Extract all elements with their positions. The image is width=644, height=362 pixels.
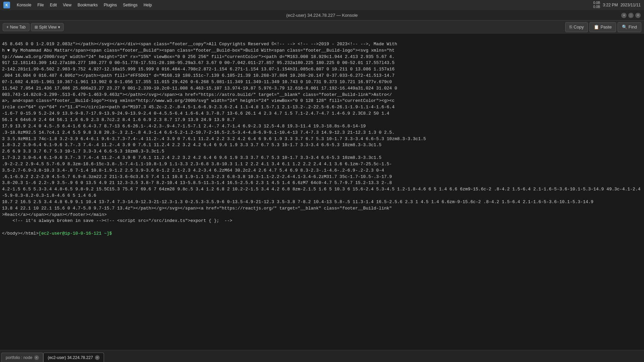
terminal-line: ircle cx="64" cy="64" r="11.4"></circle>… bbox=[2, 104, 642, 111]
close-button[interactable]: ✕ bbox=[635, 13, 641, 18]
paste-label: Paste bbox=[600, 24, 611, 29]
paste-button[interactable]: 📋 Paste bbox=[589, 22, 616, 32]
terminal-line: 17.9 13.9 2.4 0 4.5-.5 6.4-1.6 6.4-3.7 8… bbox=[2, 123, 642, 130]
terminal-line: 2.6 6.9 3.3 3.7 6.7 5.3 10-1.7 3.3-3.4 6… bbox=[2, 148, 642, 155]
app-icon: K bbox=[3, 2, 10, 8]
terminal-line: 1.8-3.2 3.9-6.4 6.1-9.6 3.7-.3 7.4-.4 11… bbox=[2, 142, 642, 148]
system-bar-left: K Konsole File Edit View Bookmarks Plugi… bbox=[3, 2, 155, 8]
terminal-line: -1.6-7 0-15.9 5.2-24.9 13.9-9-8.7-17.9-1… bbox=[2, 111, 642, 117]
terminal-line: .9-2-2.2 2.9-4.5 5.7-6.9 8.3zm-18.6-15c-… bbox=[2, 161, 642, 168]
minimize-button[interactable]: ▾ bbox=[621, 13, 627, 18]
terminal-line: 13.8 4 22.1 10 22.1 15.6 0 4.7-5.8 9.7-1… bbox=[2, 205, 642, 212]
terminal-line: >React</a></span></span></footer></main> bbox=[2, 212, 642, 218]
search-icon: 🔍 bbox=[622, 24, 627, 29]
menu-bar: Konsole File Edit View Bookmarks Plugins… bbox=[14, 2, 155, 8]
terminal-line: 3 3.5.9zM81.3 74c-1.8 3.2-3.9 6.4-6.1 9.… bbox=[2, 136, 642, 142]
plus-icon: + bbox=[6, 25, 9, 29]
title-bar-controls: ▾ □ ✕ bbox=[621, 13, 641, 18]
time-display: 3:22 PM bbox=[603, 3, 618, 7]
menu-edit[interactable]: Edit bbox=[47, 2, 60, 8]
terminal-line bbox=[2, 224, 642, 231]
tab-ec2[interactable]: (ec2-user) 34.224.78.227 ✕ bbox=[43, 353, 104, 362]
terminal-output[interactable]: 45 8.645 0 0 1-2.019 2.083z"></path></sv… bbox=[0, 34, 644, 350]
menu-bookmarks[interactable]: Bookmarks bbox=[75, 2, 100, 8]
terminal-line: 56.1 4 64s6.9 2.4 64 56.1 1.6 6.9 2.3 8.… bbox=[2, 117, 642, 123]
date-display: 2023/11/11 bbox=[621, 3, 641, 7]
split-view-label: Split View bbox=[39, 25, 57, 29]
terminal-line: 917 12.181l43.309 142.27a180.277 180.277… bbox=[2, 60, 642, 66]
split-icon: ⊞ bbox=[35, 25, 38, 29]
menu-konsole[interactable]: Konsole bbox=[14, 2, 34, 8]
find-button[interactable]: 🔍 Find bbox=[618, 22, 641, 32]
tab-ec2-close[interactable]: ✕ bbox=[95, 355, 100, 360]
maximize-button[interactable]: □ bbox=[628, 13, 634, 18]
tab-portfolio-close[interactable]: ✕ bbox=[34, 355, 39, 360]
copy-button[interactable]: ⎘ Copy bbox=[565, 22, 588, 32]
tab-ec2-label: (ec2-user) 34.224.78.227 bbox=[48, 355, 93, 360]
system-bar-right: 0.0B 0.0B 3:22 PM 2023/11/11 bbox=[593, 1, 641, 9]
terminal-line: a>, and<span class="footer__Build-logo">… bbox=[2, 98, 642, 104]
menu-plugins[interactable]: Plugins bbox=[101, 2, 119, 8]
terminal-line: 4.2-1.5 6.5 5.3-3.4 4.8-6.5 9.8-9.2 15.5… bbox=[2, 186, 642, 199]
terminal-line: 2-142.281c1.99-6.502 2.983-9.752 4.927-1… bbox=[2, 66, 642, 73]
paste-icon: 📋 bbox=[594, 24, 599, 29]
window-title: (ec2-user) 34.224.78.227 — Konsole bbox=[286, 13, 358, 18]
copy-icon: ⎘ bbox=[570, 24, 572, 29]
system-bar: K Konsole File Edit View Bookmarks Plugi… bbox=[0, 0, 644, 10]
network-info: 0.0B 0.0B bbox=[593, 1, 600, 9]
menu-file[interactable]: File bbox=[35, 2, 46, 8]
split-view-button[interactable]: ⊞ Split View ▾ bbox=[31, 23, 64, 31]
terminal-line: .004 16.004 0 016.487 4.806z"></path><pa… bbox=[2, 73, 642, 79]
terminal-line: 07-1.602 4.835-1.961 10.367-1.961 13.902… bbox=[2, 79, 642, 85]
terminal-line: 10.7 2 16.5 2.5 3.4 4.8 6.9 9.1 10.4 13-… bbox=[2, 199, 642, 205]
terminal-line: 003.743-14.82c0-3.299-.513-6.479-1.463-9… bbox=[2, 92, 642, 98]
terminal-line: tp://www.w3.org/2000/svg" width="24" hei… bbox=[2, 54, 642, 60]
terminal-line: .6.1-6.9.2 2.2-2.9 4.5-5.7 6.9-8.3zm22.2… bbox=[2, 174, 642, 180]
terminal-line: h ♥ By Mohammad Abu Mattar</span><span c… bbox=[2, 48, 642, 54]
menu-help[interactable]: Help bbox=[141, 2, 155, 8]
terminal-line: 11.542 7.054 21.436 17.086 25.606a23.27 … bbox=[2, 85, 642, 92]
terminal-line: 1.7-3.2 3.9-6.4 6.1-9.6 3.7-.3 7.4-.4 11… bbox=[2, 155, 642, 161]
terminal-line: 3.8-20.3 1-.6 2.2-.9 3.5-.9 6 0 13.5 4.9… bbox=[2, 180, 642, 186]
menu-settings[interactable]: Settings bbox=[120, 2, 140, 8]
terminal-line: .3-18.8zM92.5 14.7c4.1 2.4 5.5 9.8 3.8 2… bbox=[2, 130, 642, 136]
terminal-line: </body></html>[ec2-user@ip-10-0-16-121 ~… bbox=[2, 231, 642, 237]
terminal-line: 3.5-2.7-6.9-3.8-10.3 3.4-.8 7-1.4 10.8-1… bbox=[2, 168, 642, 174]
title-bar: (ec2-user) 34.224.78.227 — Konsole ▾ □ ✕ bbox=[0, 10, 644, 21]
copy-label: Copy bbox=[574, 24, 584, 29]
tab-portfolio-label: portfolio : node bbox=[6, 355, 32, 360]
tab-bar: portfolio : node ✕ (ec2-user) 34.224.78.… bbox=[0, 350, 644, 362]
toolbar-right: ⎘ Copy 📋 Paste 🔍 Find bbox=[565, 22, 641, 32]
find-label: Find bbox=[629, 24, 637, 29]
new-tab-button[interactable]: + New Tab bbox=[3, 23, 30, 31]
tab-portfolio[interactable]: portfolio : node ✕ bbox=[1, 353, 43, 362]
terminal-line: 45 8.645 0 0 1-2.019 2.083z"></path></sv… bbox=[2, 41, 642, 48]
menu-view[interactable]: View bbox=[60, 2, 74, 8]
chevron-down-icon: ▾ bbox=[58, 25, 60, 29]
toolbar: + New Tab ⊞ Split View ▾ ⎘ Copy 📋 Paste … bbox=[0, 21, 644, 34]
new-tab-label: New Tab bbox=[10, 25, 25, 29]
terminal-line: <!-- it's always broken in save --><!-- … bbox=[2, 218, 642, 224]
